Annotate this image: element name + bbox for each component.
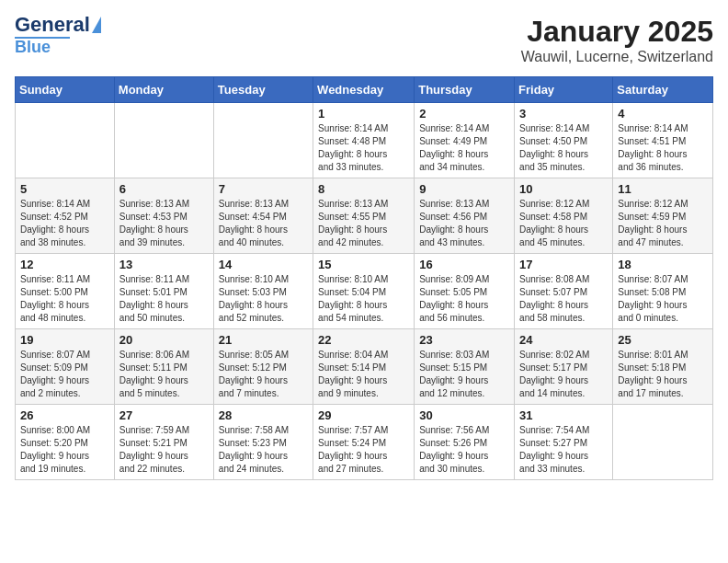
day-info: Sunrise: 7:57 AM Sunset: 5:24 PM Dayligh…	[318, 424, 409, 476]
page-title: January 2025	[521, 15, 713, 49]
calendar-cell: 25Sunrise: 8:01 AM Sunset: 5:18 PM Dayli…	[613, 329, 713, 405]
day-info: Sunrise: 7:56 AM Sunset: 5:26 PM Dayligh…	[419, 424, 509, 476]
calendar-cell: 20Sunrise: 8:06 AM Sunset: 5:11 PM Dayli…	[114, 329, 213, 405]
day-number: 18	[618, 258, 708, 271]
calendar-week-5: 26Sunrise: 8:00 AM Sunset: 5:20 PM Dayli…	[16, 405, 713, 480]
calendar-cell	[16, 103, 115, 178]
day-info: Sunrise: 7:58 AM Sunset: 5:23 PM Dayligh…	[219, 424, 308, 476]
day-number: 4	[618, 107, 708, 121]
day-info: Sunrise: 8:07 AM Sunset: 5:08 PM Dayligh…	[618, 273, 708, 325]
weekday-header-thursday: Thursday	[415, 77, 515, 103]
calendar-cell: 11Sunrise: 8:12 AM Sunset: 4:59 PM Dayli…	[613, 178, 713, 254]
calendar-cell: 1Sunrise: 8:14 AM Sunset: 4:48 PM Daylig…	[313, 103, 415, 178]
day-number: 8	[318, 182, 409, 196]
day-number: 12	[20, 258, 109, 271]
day-info: Sunrise: 8:14 AM Sunset: 4:52 PM Dayligh…	[20, 198, 109, 249]
day-info: Sunrise: 8:10 AM Sunset: 5:04 PM Dayligh…	[318, 273, 409, 325]
calendar-cell: 15Sunrise: 8:10 AM Sunset: 5:04 PM Dayli…	[313, 254, 415, 329]
day-number: 9	[419, 182, 509, 196]
day-info: Sunrise: 8:11 AM Sunset: 5:00 PM Dayligh…	[20, 273, 109, 325]
day-number: 2	[419, 107, 509, 121]
calendar-cell: 28Sunrise: 7:58 AM Sunset: 5:23 PM Dayli…	[213, 405, 313, 480]
calendar-cell: 5Sunrise: 8:14 AM Sunset: 4:52 PM Daylig…	[16, 178, 115, 254]
calendar-cell: 16Sunrise: 8:09 AM Sunset: 5:05 PM Dayli…	[415, 254, 515, 329]
calendar-cell	[114, 103, 213, 178]
day-info: Sunrise: 8:14 AM Sunset: 4:50 PM Dayligh…	[519, 122, 608, 174]
page-header: General Blue January 2025 Wauwil, Lucern…	[15, 15, 713, 65]
day-number: 3	[519, 107, 608, 121]
weekday-header-friday: Friday	[515, 77, 613, 103]
day-info: Sunrise: 8:11 AM Sunset: 5:01 PM Dayligh…	[119, 273, 209, 325]
calendar-cell: 10Sunrise: 8:12 AM Sunset: 4:58 PM Dayli…	[515, 178, 613, 254]
day-number: 28	[219, 408, 308, 422]
day-number: 19	[20, 333, 109, 347]
calendar-cell: 18Sunrise: 8:07 AM Sunset: 5:08 PM Dayli…	[613, 254, 713, 329]
day-number: 31	[519, 408, 608, 422]
day-number: 29	[318, 408, 409, 422]
day-info: Sunrise: 8:06 AM Sunset: 5:11 PM Dayligh…	[119, 349, 209, 400]
calendar-cell: 8Sunrise: 8:13 AM Sunset: 4:55 PM Daylig…	[313, 178, 415, 254]
day-info: Sunrise: 8:05 AM Sunset: 5:12 PM Dayligh…	[219, 349, 308, 400]
day-number: 5	[20, 182, 109, 196]
day-info: Sunrise: 8:09 AM Sunset: 5:05 PM Dayligh…	[419, 273, 509, 325]
weekday-header-tuesday: Tuesday	[213, 77, 313, 103]
calendar-cell: 17Sunrise: 8:08 AM Sunset: 5:07 PM Dayli…	[515, 254, 613, 329]
day-info: Sunrise: 8:08 AM Sunset: 5:07 PM Dayligh…	[519, 273, 608, 325]
calendar-cell	[613, 405, 713, 480]
day-info: Sunrise: 8:01 AM Sunset: 5:18 PM Dayligh…	[618, 349, 708, 400]
calendar-cell: 31Sunrise: 7:54 AM Sunset: 5:27 PM Dayli…	[515, 405, 613, 480]
day-number: 22	[318, 333, 409, 347]
day-number: 30	[419, 408, 509, 422]
calendar-cell: 14Sunrise: 8:10 AM Sunset: 5:03 PM Dayli…	[213, 254, 313, 329]
day-number: 17	[519, 258, 608, 271]
day-info: Sunrise: 8:10 AM Sunset: 5:03 PM Dayligh…	[219, 273, 308, 325]
day-number: 1	[318, 107, 409, 121]
weekday-header-saturday: Saturday	[613, 77, 713, 103]
calendar-table: SundayMondayTuesdayWednesdayThursdayFrid…	[15, 76, 713, 480]
day-info: Sunrise: 8:14 AM Sunset: 4:49 PM Dayligh…	[419, 122, 509, 174]
day-number: 25	[618, 333, 708, 347]
calendar-cell: 4Sunrise: 8:14 AM Sunset: 4:51 PM Daylig…	[613, 103, 713, 178]
day-number: 11	[618, 182, 708, 196]
day-info: Sunrise: 8:12 AM Sunset: 4:59 PM Dayligh…	[618, 198, 708, 249]
calendar-cell: 13Sunrise: 8:11 AM Sunset: 5:01 PM Dayli…	[114, 254, 213, 329]
day-number: 7	[219, 182, 308, 196]
day-number: 21	[219, 333, 308, 347]
calendar-cell: 6Sunrise: 8:13 AM Sunset: 4:53 PM Daylig…	[114, 178, 213, 254]
weekday-header-sunday: Sunday	[16, 77, 115, 103]
calendar-cell: 2Sunrise: 8:14 AM Sunset: 4:49 PM Daylig…	[415, 103, 515, 178]
calendar-cell: 19Sunrise: 8:07 AM Sunset: 5:09 PM Dayli…	[16, 329, 115, 405]
title-block: January 2025 Wauwil, Lucerne, Switzerlan…	[521, 15, 713, 65]
day-info: Sunrise: 8:00 AM Sunset: 5:20 PM Dayligh…	[20, 424, 109, 476]
day-number: 26	[20, 408, 109, 422]
day-number: 27	[119, 408, 209, 422]
day-info: Sunrise: 8:03 AM Sunset: 5:15 PM Dayligh…	[419, 349, 509, 400]
calendar-cell: 26Sunrise: 8:00 AM Sunset: 5:20 PM Dayli…	[16, 405, 115, 480]
page-subtitle: Wauwil, Lucerne, Switzerland	[521, 49, 713, 65]
day-info: Sunrise: 8:13 AM Sunset: 4:53 PM Dayligh…	[119, 198, 209, 249]
logo-text-general: General	[15, 15, 90, 35]
calendar-week-3: 12Sunrise: 8:11 AM Sunset: 5:00 PM Dayli…	[16, 254, 713, 329]
day-info: Sunrise: 8:13 AM Sunset: 4:54 PM Dayligh…	[219, 198, 308, 249]
day-number: 20	[119, 333, 209, 347]
day-number: 14	[219, 258, 308, 271]
logo-triangle-icon	[92, 17, 101, 33]
calendar-cell: 23Sunrise: 8:03 AM Sunset: 5:15 PM Dayli…	[415, 329, 515, 405]
calendar-cell: 24Sunrise: 8:02 AM Sunset: 5:17 PM Dayli…	[515, 329, 613, 405]
calendar-week-2: 5Sunrise: 8:14 AM Sunset: 4:52 PM Daylig…	[16, 178, 713, 254]
calendar-cell: 3Sunrise: 8:14 AM Sunset: 4:50 PM Daylig…	[515, 103, 613, 178]
calendar-cell: 9Sunrise: 8:13 AM Sunset: 4:56 PM Daylig…	[415, 178, 515, 254]
calendar-cell: 7Sunrise: 8:13 AM Sunset: 4:54 PM Daylig…	[213, 178, 313, 254]
day-number: 13	[119, 258, 209, 271]
calendar-cell: 22Sunrise: 8:04 AM Sunset: 5:14 PM Dayli…	[313, 329, 415, 405]
logo-text-blue: Blue	[15, 39, 51, 55]
day-number: 24	[519, 333, 608, 347]
calendar-cell: 30Sunrise: 7:56 AM Sunset: 5:26 PM Dayli…	[415, 405, 515, 480]
day-info: Sunrise: 8:04 AM Sunset: 5:14 PM Dayligh…	[318, 349, 409, 400]
calendar-cell: 12Sunrise: 8:11 AM Sunset: 5:00 PM Dayli…	[16, 254, 115, 329]
calendar-header-row: SundayMondayTuesdayWednesdayThursdayFrid…	[16, 77, 713, 103]
day-number: 15	[318, 258, 409, 271]
calendar-cell: 27Sunrise: 7:59 AM Sunset: 5:21 PM Dayli…	[114, 405, 213, 480]
weekday-header-wednesday: Wednesday	[313, 77, 415, 103]
day-number: 23	[419, 333, 509, 347]
